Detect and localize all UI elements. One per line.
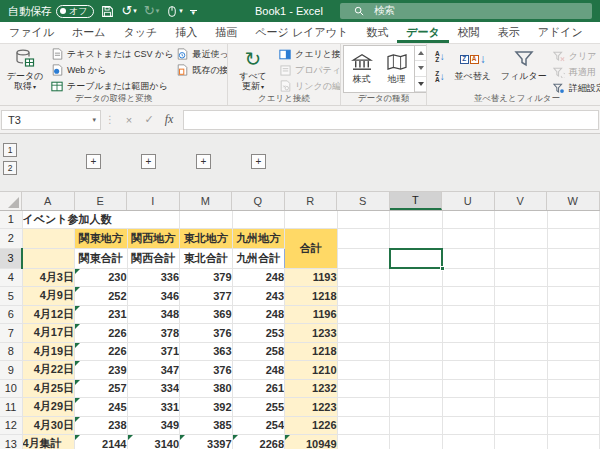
tab-5[interactable]: ページ レイアウト bbox=[246, 22, 357, 43]
row-header-3[interactable]: 3 bbox=[0, 248, 22, 268]
cell[interactable] bbox=[390, 305, 443, 324]
region-header[interactable]: 九州地方 bbox=[232, 228, 285, 248]
cell[interactable] bbox=[337, 287, 390, 306]
tab-0[interactable]: ファイル bbox=[0, 22, 63, 43]
cell[interactable] bbox=[495, 287, 548, 306]
region-header[interactable]: 関東地方 bbox=[75, 228, 128, 248]
total-cell[interactable]: 1233 bbox=[285, 324, 338, 343]
cell[interactable] bbox=[547, 361, 600, 380]
cell[interactable] bbox=[337, 324, 390, 343]
cell[interactable] bbox=[442, 324, 495, 343]
cell[interactable] bbox=[337, 416, 390, 435]
undo-button[interactable]: ↺▾ bbox=[121, 0, 136, 22]
tab-3[interactable]: 挿入 bbox=[166, 22, 206, 43]
value-cell[interactable]: 379 bbox=[180, 268, 233, 287]
date-cell[interactable]: 4月29日 bbox=[22, 398, 75, 417]
tab-9[interactable]: 表示 bbox=[489, 22, 529, 43]
cell[interactable] bbox=[495, 324, 548, 343]
value-cell[interactable]: 336 bbox=[127, 268, 180, 287]
cell[interactable] bbox=[390, 287, 443, 306]
customize-quick-access-button[interactable]: ▾ bbox=[190, 10, 197, 15]
row-header-12[interactable]: 12 bbox=[0, 416, 22, 435]
cell[interactable] bbox=[22, 228, 75, 248]
cell[interactable] bbox=[390, 379, 443, 398]
cell[interactable] bbox=[337, 435, 390, 450]
row-header-4[interactable]: 4 bbox=[0, 268, 22, 287]
existing-connections-button[interactable]: 既存の接続 bbox=[175, 62, 227, 78]
tab-4[interactable]: 描画 bbox=[206, 22, 246, 43]
save-button[interactable] bbox=[101, 5, 114, 18]
sort-button[interactable]: ZA↓ 並べ替え bbox=[450, 46, 496, 93]
value-cell[interactable]: 347 bbox=[127, 361, 180, 380]
tab-1[interactable]: ホーム bbox=[63, 22, 115, 43]
total-cell[interactable]: 1223 bbox=[285, 398, 338, 417]
cell[interactable] bbox=[390, 361, 443, 380]
from-web-button[interactable]: Web から bbox=[50, 62, 173, 78]
cell[interactable] bbox=[547, 268, 600, 287]
gallery-scroll-up-icon[interactable] bbox=[415, 46, 426, 61]
cell[interactable] bbox=[495, 398, 548, 417]
value-cell[interactable]: 243 bbox=[232, 287, 285, 306]
cell[interactable] bbox=[495, 268, 548, 287]
cell[interactable] bbox=[337, 342, 390, 361]
row-header-10[interactable]: 10 bbox=[0, 379, 22, 398]
sort-descending-button[interactable]: ZA↓ bbox=[435, 69, 445, 85]
get-data-button[interactable]: データの 取得▾ bbox=[2, 46, 48, 93]
value-cell[interactable]: 331 bbox=[127, 398, 180, 417]
fill-handle[interactable] bbox=[440, 266, 445, 271]
value-cell[interactable]: 334 bbox=[127, 379, 180, 398]
filter-button[interactable]: フィルター bbox=[501, 46, 547, 93]
search-input[interactable]: 検索 bbox=[340, 3, 592, 19]
expand-group-3-button[interactable]: + bbox=[196, 154, 211, 169]
cell[interactable] bbox=[390, 228, 443, 248]
value-cell[interactable]: 248 bbox=[232, 361, 285, 380]
date-cell[interactable]: 4月17日 bbox=[22, 324, 75, 343]
refresh-all-button[interactable]: ↻ すべて 更新▾ bbox=[230, 46, 276, 93]
row-header-1[interactable]: 1 bbox=[0, 211, 22, 228]
row-header-5[interactable]: 5 bbox=[0, 287, 22, 306]
value-cell[interactable]: 255 bbox=[232, 398, 285, 417]
value-cell[interactable]: 261 bbox=[232, 379, 285, 398]
cell[interactable] bbox=[547, 287, 600, 306]
name-box-dropdown-icon[interactable]: ▾ bbox=[92, 116, 100, 124]
advanced-filter-button[interactable]: 詳細設定 bbox=[552, 80, 600, 93]
value-cell[interactable]: 252 bbox=[75, 287, 128, 306]
value-cell[interactable]: 376 bbox=[180, 361, 233, 380]
value-cell[interactable]: 239 bbox=[75, 361, 128, 380]
total-cell[interactable]: 1218 bbox=[285, 342, 338, 361]
tab-10[interactable]: アドイン bbox=[529, 22, 592, 43]
tab-2[interactable]: タッチ bbox=[115, 22, 167, 43]
value-cell[interactable]: 380 bbox=[180, 379, 233, 398]
cell[interactable] bbox=[442, 361, 495, 380]
value-cell[interactable]: 349 bbox=[127, 416, 180, 435]
cell[interactable] bbox=[495, 228, 548, 248]
column-header-U[interactable]: U bbox=[442, 192, 495, 210]
date-cell[interactable]: 4月19日 bbox=[22, 342, 75, 361]
cell[interactable] bbox=[495, 305, 548, 324]
cell[interactable] bbox=[390, 342, 443, 361]
value-cell[interactable]: 376 bbox=[180, 324, 233, 343]
value-cell[interactable]: 254 bbox=[232, 416, 285, 435]
row-header-8[interactable]: 8 bbox=[0, 342, 22, 361]
cell[interactable] bbox=[337, 211, 390, 228]
row-header-6[interactable]: 6 bbox=[0, 305, 22, 324]
value-cell[interactable]: 348 bbox=[127, 305, 180, 324]
total-cell[interactable]: 1232 bbox=[285, 379, 338, 398]
cell[interactable] bbox=[22, 248, 75, 268]
value-cell[interactable]: 3140 bbox=[127, 435, 180, 450]
total-cell[interactable]: 1196 bbox=[285, 305, 338, 324]
cell[interactable] bbox=[547, 342, 600, 361]
cell[interactable] bbox=[390, 268, 443, 287]
cell[interactable] bbox=[442, 305, 495, 324]
cell[interactable] bbox=[337, 379, 390, 398]
formula-input[interactable] bbox=[183, 110, 599, 130]
value-cell[interactable]: 253 bbox=[232, 324, 285, 343]
cell[interactable] bbox=[337, 305, 390, 324]
region-header[interactable]: 関西地方 bbox=[127, 228, 180, 248]
outline-level-1-button[interactable]: 1 bbox=[3, 143, 17, 157]
cell[interactable] bbox=[337, 228, 390, 248]
cell[interactable] bbox=[390, 398, 443, 417]
sort-ascending-button[interactable]: AZ↓ bbox=[435, 49, 445, 65]
value-cell[interactable]: 245 bbox=[75, 398, 128, 417]
outline-level-2-button[interactable]: 2 bbox=[3, 161, 17, 175]
